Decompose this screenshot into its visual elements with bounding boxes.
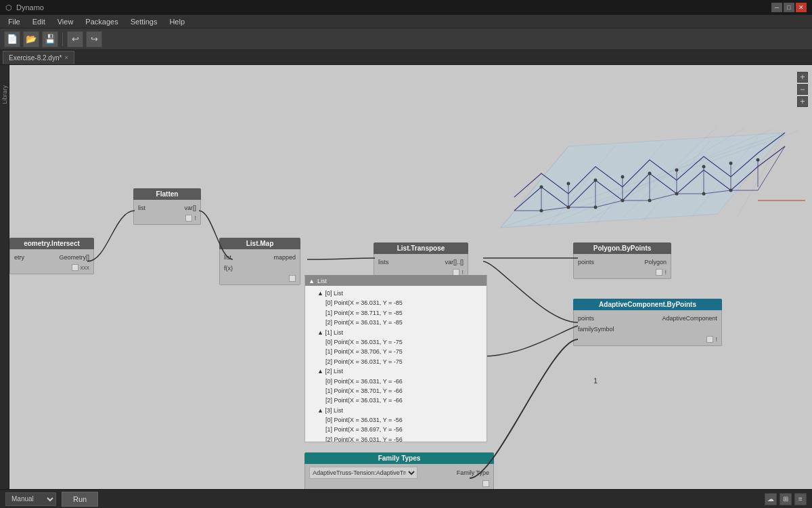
node-row-adaptive-1: points AdaptiveComponent (578, 313, 717, 324)
checkbox-geometry[interactable] (72, 264, 78, 271)
node-row-listmap-1: list mapped (224, 252, 296, 263)
port-points-in: points (578, 259, 594, 266)
preview-item-10: [1] Point(X = 38.701, Y = -66 (309, 386, 482, 396)
node-footer-flatten: ! (138, 213, 196, 221)
open-button[interactable]: 📂 (23, 31, 39, 47)
new-button[interactable]: 📄 (4, 31, 20, 47)
node-row-transpose-ports: lists var[]..[] (378, 257, 464, 268)
toolbar: 📄 📂 💾 ↩ ↪ (0, 28, 812, 50)
checkbox-flatten[interactable] (185, 215, 192, 221)
zoom-fit-button[interactable]: + (797, 96, 808, 107)
node-list-map[interactable]: List.Map list mapped f(x) (219, 238, 300, 285)
preview-item-15: [2] Point(X = 36.031, Y = -56 (309, 435, 482, 442)
node-flatten[interactable]: Flatten list var[] ! (133, 188, 201, 225)
run-mode-select[interactable]: Manual Automatic (5, 492, 56, 506)
family-type-dropdown[interactable]: AdaptiveTruss-Tension:AdaptiveTruss-Tens… (309, 467, 418, 479)
node-footer-adaptive: ! (578, 335, 717, 343)
port-fx: f(x) (224, 265, 233, 272)
node-geometry-intersect[interactable]: eometry.Intersect etry Geometry[] xxx (9, 238, 94, 274)
sidebar-library-label[interactable]: Library (1, 85, 8, 104)
zoom-out-button[interactable]: − (797, 84, 808, 95)
checkbox-adaptive[interactable] (706, 336, 713, 343)
run-button[interactable]: Run (62, 492, 98, 507)
port-list: list (224, 254, 231, 261)
port-var-out: var[] (184, 205, 196, 211)
tab-close-icon[interactable]: × (64, 54, 68, 61)
undo-button[interactable]: ↩ (67, 31, 83, 47)
redo-button[interactable]: ↪ (86, 31, 102, 47)
port-etry: etry (14, 254, 24, 261)
node-body-family-types: AdaptiveTruss-Tension:AdaptiveTruss-Tens… (304, 464, 494, 489)
svg-point-31 (567, 206, 570, 209)
zoom-in-button[interactable]: + (797, 72, 808, 83)
app-title: Dynamo (16, 3, 44, 12)
node-header-list-map: List.Map (219, 238, 300, 249)
node-header-list-transpose: List.Transpose (374, 242, 468, 254)
node-body-list-map: list mapped f(x) (219, 249, 300, 285)
menu-file[interactable]: File (3, 16, 26, 27)
preview-content: ▲ [0] List [0] Point(X = 36.031, Y = -85… (305, 286, 487, 442)
checkbox-polygon[interactable] (656, 269, 662, 276)
svg-point-25 (648, 172, 652, 175)
main-area: Library (0, 65, 812, 489)
menu-settings[interactable]: Settings (125, 16, 163, 27)
preview-item-13: [0] Point(X = 36.031, Y = -56 (309, 415, 482, 425)
statusbar-icon-2[interactable]: ⊞ (780, 493, 792, 505)
maximize-button[interactable]: □ (784, 3, 794, 12)
node-row-family-types: AdaptiveTruss-Tension:AdaptiveTruss-Tens… (309, 467, 489, 479)
svg-point-29 (757, 158, 760, 162)
preview-item-3: [2] Point(X = 36.031, Y = -85 (309, 318, 482, 327)
svg-point-37 (729, 189, 733, 192)
save-button[interactable]: 💾 (42, 31, 58, 47)
port-family-type-out: Family Type (457, 469, 489, 476)
menu-edit[interactable]: Edit (27, 16, 51, 27)
node-footer-listmap (224, 274, 296, 282)
preview-item-12: ▲ [3] List (309, 406, 482, 415)
svg-point-32 (594, 206, 597, 209)
statusbar: Manual Automatic Run ☁ ⊞ ≡ (0, 489, 812, 508)
tabbar: Exercise-8.2.dyn* × (0, 50, 812, 65)
node-row-adaptive-2: familySymbol (578, 324, 717, 335)
node-row-listmap-2: f(x) (224, 263, 296, 274)
port-points-in-2: points (578, 315, 594, 322)
tab-exercise[interactable]: Exercise-8.2.dyn* × (3, 51, 74, 64)
app-icon: ⬡ (5, 3, 12, 12)
menu-view[interactable]: View (52, 16, 79, 27)
preview-header: ▲ List (305, 276, 487, 286)
titlebar-controls: ─ □ ✕ (771, 3, 807, 12)
preview-item-14: [1] Point(X = 38.697, Y = -56 (309, 425, 482, 434)
preview-item-6: [1] Point(X = 38.706, Y = -75 (309, 347, 482, 356)
node-adaptive-component[interactable]: AdaptiveComponent.ByPoints points Adapti… (573, 299, 722, 346)
node-polygon-bypoints[interactable]: Polygon.ByPoints points Polygon ! (573, 242, 671, 279)
canvas[interactable]: eometry.Intersect etry Geometry[] xxx Fl… (9, 65, 812, 489)
menu-help[interactable]: Help (164, 16, 190, 27)
menu-packages[interactable]: Packages (80, 16, 123, 27)
node-family-types[interactable]: Family Types AdaptiveTruss-Tension:Adapt… (304, 452, 494, 489)
node-row-flatten-ports: list var[] (138, 203, 196, 213)
statusbar-icon-3[interactable]: ≡ (794, 493, 807, 505)
node-list-transpose[interactable]: List.Transpose lists var[]..[] ! (374, 242, 468, 279)
statusbar-right: ☁ ⊞ ≡ (765, 493, 807, 505)
node-header-adaptive: AdaptiveComponent.ByPoints (573, 299, 722, 310)
port-mapped: mapped (273, 254, 296, 261)
node-footer-family-types (309, 479, 489, 487)
preview-collapse-icon[interactable]: ▲ (309, 278, 315, 284)
preview-popup: ▲ List ▲ [0] List [0] Point(X = 36.031, … (304, 275, 487, 442)
statusbar-icon-1[interactable]: ☁ (765, 493, 777, 505)
svg-point-27 (702, 165, 706, 169)
minimize-button[interactable]: ─ (771, 3, 782, 12)
sidebar[interactable]: Library (0, 65, 9, 489)
lacing-polygon: ! (664, 269, 667, 276)
close-button[interactable]: ✕ (796, 3, 807, 12)
port-family-symbol-in: familySymbol (578, 326, 614, 333)
preview-title: List (317, 278, 327, 284)
checkbox-listmap[interactable] (289, 275, 296, 282)
preview-item-1: [0] Point(X = 36.031, Y = -85 (309, 298, 482, 308)
preview-item-7: [2] Point(X = 36.031, Y = -75 (309, 357, 482, 366)
svg-point-22 (567, 182, 570, 186)
checkbox-family-types[interactable] (482, 480, 489, 487)
svg-point-26 (675, 169, 679, 172)
svg-point-21 (540, 186, 543, 189)
node-body-geometry: etry Geometry[] xxx (9, 249, 94, 274)
preview-item-2: [1] Point(X = 38.711, Y = -85 (309, 308, 482, 318)
